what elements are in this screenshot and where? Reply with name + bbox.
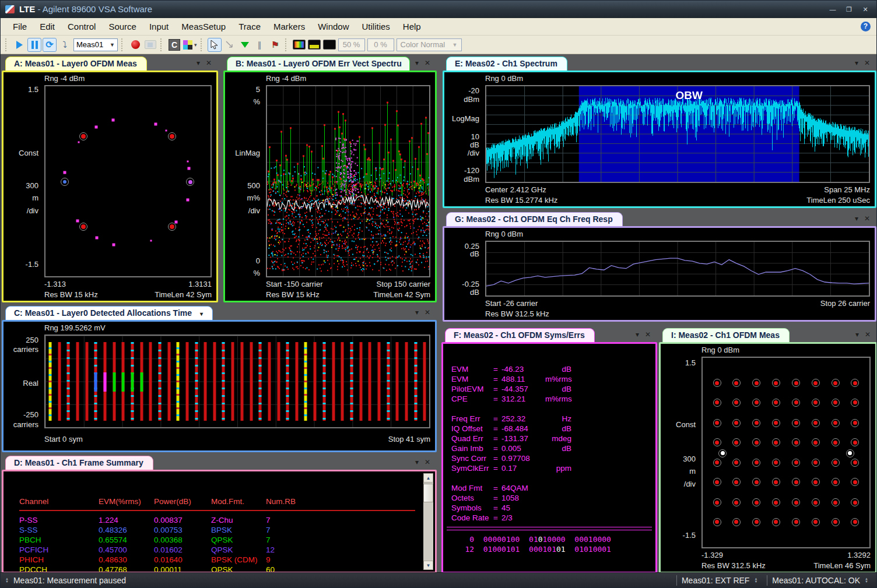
panel-d-close-icon[interactable]: ✕	[425, 459, 430, 466]
scroll-up-icon[interactable]: ▲	[423, 473, 433, 483]
panel-g-tab[interactable]: G: Meas02 - Ch1 OFDM Eq Ch Freq Resp	[446, 212, 623, 226]
panel-e-tab[interactable]: E: Meas02 - Ch1 Spectrum	[446, 57, 567, 71]
move-marker-button[interactable]	[223, 38, 237, 52]
constellation-point	[154, 123, 157, 126]
run-button[interactable]	[12, 38, 26, 52]
panel-f-close-icon[interactable]: ✕	[645, 331, 651, 338]
panel-b-plot[interactable]	[266, 85, 430, 277]
panel-i-plot[interactable]	[701, 357, 871, 548]
menu-item-edit[interactable]: Edit	[33, 19, 61, 34]
restart-button[interactable]: ⟳	[43, 38, 57, 52]
table-row[interactable]: S-SS0.483260.00753BPSK7	[19, 526, 422, 536]
menubar: FileEditControlSourceInputMeasSetupTrace…	[1, 18, 876, 36]
table-row[interactable]: PHICH0.486300.01640BPSK (CDM)9	[19, 555, 422, 565]
panel-a-yaxis: 1.5 Const 300 m /div -1.5	[3, 85, 41, 277]
transparency-percent-field[interactable]: 50 %	[338, 38, 365, 51]
scroll-thumb[interactable]	[423, 484, 433, 502]
panel-f-title: F: Meas02 - Ch1 OFDM Syms/Errs	[454, 330, 585, 340]
panel-a-tab[interactable]: A: Meas01 - Layer0 OFDM Meas	[5, 57, 147, 71]
panel-c-tab-caret-icon[interactable]: ▾	[200, 311, 203, 317]
panel-a-body: Rng -4 dBm 1.5 Const 300 m /div -1.5 -1.…	[2, 71, 218, 302]
peak-marker-icon	[241, 42, 249, 48]
close-icon[interactable]: ✕	[859, 5, 872, 15]
record-button[interactable]	[128, 38, 142, 52]
panel-c-close-icon[interactable]: ✕	[425, 309, 430, 316]
constellation-point	[78, 141, 80, 143]
maximize-icon[interactable]: ❐	[843, 5, 855, 15]
panel-d: D: Meas01 - Ch1 Frame Summary ▾ ✕ Channe…	[2, 456, 437, 573]
panel-d-tab[interactable]: D: Meas01 - Ch1 Frame Summary	[5, 456, 153, 470]
panel-b-close-icon[interactable]: ✕	[425, 59, 430, 66]
color-mode-select[interactable]: Color Normal▼	[397, 38, 462, 51]
loop-icon: ⟳	[45, 39, 53, 50]
menu-item-markers[interactable]: Markers	[267, 19, 311, 34]
constellation-point	[732, 498, 741, 506]
panel-g-plot[interactable]	[485, 241, 870, 297]
panel-a-close-icon[interactable]: ✕	[206, 59, 212, 66]
measurement-select[interactable]: Meas01▼	[73, 38, 118, 51]
threshold-percent-field[interactable]: 0 %	[367, 38, 394, 51]
menu-item-utilities[interactable]: Utilities	[356, 19, 397, 34]
frame-summary-scrollbar[interactable]: ▲ ▼	[423, 473, 433, 570]
pause-button[interactable]	[27, 38, 41, 52]
panel-e-close-icon[interactable]: ✕	[864, 59, 870, 66]
menu-item-meassetup[interactable]: MeasSetup	[175, 19, 232, 34]
single-acquisition-button[interactable]: ⤵	[58, 38, 72, 52]
panel-c-collapse-icon[interactable]: ▾	[415, 309, 419, 316]
constellation-point	[713, 478, 721, 486]
menu-item-help[interactable]: Help	[397, 19, 427, 34]
marker-to-peak-button[interactable]	[238, 38, 252, 52]
frame-summary-divider	[19, 510, 415, 511]
panel-f-collapse-icon[interactable]: ▾	[636, 331, 639, 338]
menu-item-window[interactable]: Window	[311, 19, 355, 34]
panel-f-tab[interactable]: F: Meas02 - Ch1 OFDM Syms/Errs	[445, 328, 595, 342]
table-row[interactable]: P-SS1.2240.00837Z-Chu7	[19, 516, 422, 526]
panel-c-tab[interactable]: C: Meas01 - Layer0 Detected Allocations …	[5, 306, 213, 320]
table-row[interactable]: PBCH0.655740.00368QPSK7	[19, 536, 422, 545]
spectrogram-display-button[interactable]	[292, 38, 306, 52]
eye-diagram-icon	[323, 40, 336, 50]
panel-i-close-icon[interactable]: ✕	[865, 331, 871, 338]
panel-i-tab[interactable]: I: Meas02 - Ch1 OFDM Meas	[662, 328, 790, 342]
menu-item-control[interactable]: Control	[61, 19, 102, 34]
frame-summary-cell: 0.48326	[99, 526, 154, 536]
status-spinner[interactable]: ▲▼	[5, 578, 9, 583]
correction-button[interactable]: C	[167, 38, 181, 52]
table-row[interactable]: PCFICH0.457000.01602QPSK12	[19, 545, 422, 555]
status-spinner[interactable]: ▲▼	[865, 578, 868, 583]
panel-g-close-icon[interactable]: ✕	[864, 215, 870, 222]
panel-g-collapse-icon[interactable]: ▾	[855, 215, 858, 222]
trace-layout-button[interactable]: ▾	[183, 38, 198, 52]
panel-a-collapse-icon[interactable]: ▾	[197, 59, 200, 66]
help-icon[interactable]: ?	[861, 22, 871, 31]
panel-a-plot[interactable]	[44, 85, 212, 277]
table-row[interactable]: PDCCH0.477680.00011QPSK60	[19, 565, 422, 572]
constellation-point	[851, 498, 859, 506]
select-tool-button[interactable]	[208, 38, 222, 52]
menu-item-file[interactable]: File	[6, 19, 33, 34]
status-spinner[interactable]: ▲▼	[754, 578, 757, 583]
panel-i-title: I: Meas02 - Ch1 OFDM Meas	[671, 330, 780, 340]
panel-c-plot[interactable]	[44, 335, 430, 428]
frame-summary-cell: 0.00753	[154, 526, 211, 536]
panel-b-collapse-icon[interactable]: ▾	[415, 59, 419, 66]
playback-button[interactable]	[143, 38, 157, 52]
flag-marker-button[interactable]: ⚑	[268, 38, 282, 52]
menu-item-source[interactable]: Source	[102, 19, 143, 34]
menu-item-input[interactable]: Input	[143, 19, 175, 34]
toolbar-grip	[160, 38, 163, 51]
constellation-point	[792, 379, 800, 387]
panel-c-yaxis: 250 carriers Real -250 carriers	[3, 335, 41, 428]
band-marker-button[interactable]: ∥	[253, 38, 267, 52]
panel-f-header: F: Meas02 - Ch1 OFDM Syms/Errs ▾ ✕	[441, 328, 657, 342]
panel-i-collapse-icon[interactable]: ▾	[855, 331, 859, 338]
panel-d-collapse-icon[interactable]: ▾	[415, 459, 419, 466]
eye-diagram-button[interactable]	[322, 38, 336, 52]
scroll-down-icon[interactable]: ▼	[423, 561, 433, 570]
spectrum-display-button[interactable]	[307, 38, 321, 52]
panel-e-plot[interactable]	[485, 85, 870, 183]
panel-e-collapse-icon[interactable]: ▾	[855, 59, 858, 66]
minimize-icon[interactable]: —	[826, 5, 839, 15]
panel-b-tab[interactable]: B: Meas01 - Layer0 OFDM Err Vect Spectru	[227, 57, 410, 71]
menu-item-trace[interactable]: Trace	[232, 19, 267, 34]
